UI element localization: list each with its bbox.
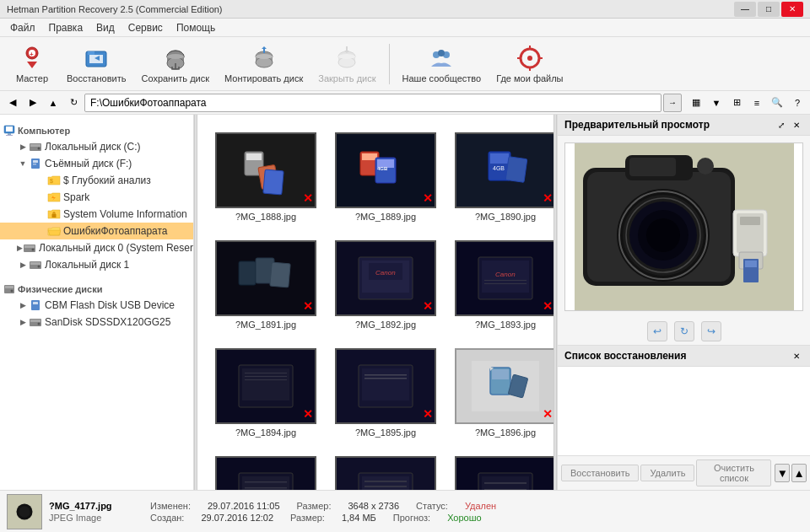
back-button[interactable]: ◀ <box>3 94 22 112</box>
tree-label-sandisk: SanDisk SDSSDX120GG25 <box>45 316 170 328</box>
file-item-1896[interactable]: ✕ ?MG_1896.jpg <box>451 344 554 442</box>
tree-toggle-local0[interactable]: ▶ <box>17 244 23 252</box>
restore-list <box>558 367 810 455</box>
mount-disk-button[interactable]: Монтировать диск <box>219 40 309 88</box>
tree-toggle-c[interactable]: ▶ <box>17 142 29 151</box>
close-disk-label: Закрыть диск <box>318 73 375 83</box>
tree-item-local-1[interactable]: ▶ Локальный диск 1 <box>0 256 193 273</box>
svg-rect-99 <box>245 481 287 483</box>
file-item-1892[interactable]: Canon ✕ ?MG_1892.jpg <box>331 236 440 334</box>
svg-point-121 <box>646 218 680 252</box>
tree-toggle-sandisk[interactable]: ▶ <box>17 318 29 326</box>
tree-item-local-0[interactable]: ▶ Локальный диск 0 (System Reserved) <box>0 239 193 256</box>
preview-popout-button[interactable]: ⤢ <box>775 118 788 132</box>
preview-refresh-button[interactable]: ↻ <box>674 321 694 341</box>
deleted-marker-1891: ✕ <box>303 299 313 313</box>
deleted-marker-1896: ✕ <box>543 407 553 421</box>
preview-close-button[interactable]: ✕ <box>790 118 803 132</box>
tree-item-cbm[interactable]: ▶ CBM Flash Disk USB Device <box>0 297 193 314</box>
preview-header: Предварительный просмотр ⤢ ✕ <box>558 115 810 136</box>
wizard-button[interactable]: + Мастер <box>7 40 57 88</box>
tree-item-sandisk[interactable]: ▶ SanDisk SDSSDX120GG25 <box>0 314 193 330</box>
file-name-1892: ?MG_1892.jpg <box>355 320 416 330</box>
file-item-1897[interactable]: ✕ ?MG_1897.jpg <box>211 452 321 490</box>
file-name-1893: ?MG_1893.jpg <box>475 320 536 330</box>
tree-toggle-cbm[interactable]: ▶ <box>17 301 29 309</box>
thumb-1891-img <box>232 253 300 304</box>
thumb-1897-img <box>232 469 300 490</box>
preview-prev-button[interactable]: ↩ <box>647 321 667 341</box>
tree-item-oshibki[interactable]: ОшибкиФотоаппарата <box>0 223 193 239</box>
menu-file[interactable]: Файл <box>3 20 42 35</box>
file-item-1888[interactable]: ✕ ?MG_1888.jpg <box>211 128 321 226</box>
file-item-1889[interactable]: 4GB ✕ ?MG_1889.jpg <box>331 128 440 226</box>
my-files-button[interactable]: Где мои файлы <box>490 40 569 88</box>
view-toggle-1[interactable]: ▦ <box>687 94 705 112</box>
status-row-2: JPEG Image Создан: 29.07.2016 12:02 Разм… <box>49 513 803 523</box>
menu-edit[interactable]: Правка <box>42 20 90 35</box>
close-button[interactable]: ✕ <box>781 2 803 17</box>
svg-rect-57 <box>362 153 377 160</box>
view-large[interactable]: ⊞ <box>727 94 746 112</box>
restore-icon <box>83 45 110 72</box>
refresh-button[interactable]: ↻ <box>64 94 83 112</box>
view-small[interactable]: ≡ <box>748 94 766 112</box>
file-name-1896: ?MG_1896.jpg <box>475 427 536 438</box>
status-forecast: Хорошо <box>447 513 482 523</box>
file-item-1898[interactable]: ✕ ?MG_1898.jpg <box>331 452 440 490</box>
forward-button[interactable]: ▶ <box>24 94 42 112</box>
menu-view[interactable]: Вид <box>89 20 122 35</box>
thumb-1898-img <box>352 469 419 490</box>
tree-label-local-c: Локальный диск (C:) <box>45 141 141 153</box>
status-status-label: Статус: <box>416 501 448 511</box>
folder-locked-icon <box>47 207 61 221</box>
address-input[interactable] <box>84 94 662 112</box>
svg-rect-54 <box>263 169 284 195</box>
menu-service[interactable]: Сервис <box>122 20 170 35</box>
svg-rect-84 <box>245 373 287 373</box>
community-button[interactable]: Наше сообщество <box>397 40 488 88</box>
tree-item-deep-analysis[interactable]: $ $ Глубокий анализ <box>0 172 193 189</box>
file-item-1891[interactable]: ✕ ?MG_1891.jpg <box>211 236 321 334</box>
minimize-button[interactable]: — <box>734 2 756 17</box>
address-go-button[interactable]: → <box>663 94 682 112</box>
restore-list-close-button[interactable]: ✕ <box>790 349 803 363</box>
wizard-label: Мастер <box>16 73 48 83</box>
tree-item-local-c[interactable]: ▶ Локальный диск (C:) <box>0 138 193 155</box>
file-item-1895[interactable]: ✕ ?MG_1895.jpg <box>331 344 440 442</box>
folder-spark-icon <box>47 191 61 204</box>
svg-rect-111 <box>484 482 526 484</box>
file-name-1889: ?MG_1889.jpg <box>355 212 416 222</box>
file-item-1894[interactable]: ✕ ?MG_1894.jpg <box>211 344 321 442</box>
file-item-1893[interactable]: Canon ✕ ?MG_1893.jpg <box>451 236 554 334</box>
up-button[interactable]: ▲ <box>44 94 62 112</box>
preview-next-button[interactable]: ↪ <box>701 321 721 341</box>
svg-point-30 <box>38 148 40 150</box>
restore-button[interactable]: Восстановить <box>61 40 132 88</box>
maximize-button[interactable]: □ <box>758 2 780 17</box>
menu-help[interactable]: Помощь <box>170 20 222 35</box>
file-item-1899[interactable]: ✕ ?MG_1899.jpg <box>451 452 554 490</box>
search-button[interactable]: 🔍 <box>768 94 786 112</box>
tree-item-system-volume[interactable]: System Volume Information <box>0 206 193 223</box>
svg-text:4GB: 4GB <box>377 166 388 171</box>
clear-list-button[interactable]: Очистить список <box>696 459 771 486</box>
filter-button[interactable]: ▼ <box>707 94 726 112</box>
help-button[interactable]: ? <box>788 94 807 112</box>
svg-rect-126 <box>629 158 676 176</box>
tree-item-spark[interactable]: Spark <box>0 189 193 206</box>
tree-toggle-local1[interactable]: ▶ <box>17 261 29 269</box>
svg-rect-5 <box>88 51 94 55</box>
file-thumb-1896: ✕ <box>455 348 554 424</box>
save-disk-button[interactable]: Сохранить диск <box>135 40 215 88</box>
status-modified-label: Изменен: <box>150 501 191 511</box>
tree-toggle-f[interactable]: ▼ <box>17 159 29 168</box>
svg-point-23 <box>527 56 532 61</box>
file-item-1890[interactable]: 4GB ✕ ?MG_1890.jpg <box>451 128 554 226</box>
tree-item-removable-f[interactable]: ▼ Съёмный диск (F:) <box>0 155 193 172</box>
restore-arrow-button[interactable]: ▲ <box>791 464 807 482</box>
restore-options-button[interactable]: ▼ <box>775 464 790 482</box>
restore-action-button[interactable]: Восстановить <box>561 465 639 481</box>
delete-action-button[interactable]: Удалить <box>640 465 694 481</box>
close-disk-button[interactable]: Закрыть диск <box>312 40 381 88</box>
